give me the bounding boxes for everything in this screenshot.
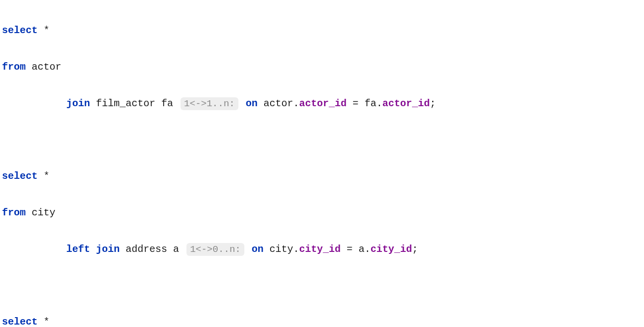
keyword-from: from <box>2 61 26 73</box>
code-line: left join address a 1<->0..n: on city.ci… <box>2 240 642 258</box>
semicolon: ; <box>430 98 436 109</box>
keyword-select: select <box>2 316 38 327</box>
keyword-select: select <box>2 25 38 36</box>
column-name: city_id <box>370 244 412 255</box>
star: * <box>44 170 49 182</box>
star: * <box>44 316 49 327</box>
alias: a <box>173 244 179 255</box>
star: * <box>44 25 49 36</box>
table-name: city <box>32 207 55 218</box>
dot: . <box>293 98 299 109</box>
qualifier: fa <box>365 98 376 109</box>
table-name: address <box>126 244 167 255</box>
keyword-left: left <box>66 244 90 255</box>
sql-block-2: select * from city left join address a 1… <box>2 149 642 277</box>
code-line: select * <box>2 167 642 185</box>
code-line: from actor <box>2 58 642 76</box>
qualifier: actor <box>264 98 293 109</box>
equals: = <box>347 244 353 255</box>
dot: . <box>365 244 370 255</box>
keyword-from: from <box>2 207 26 218</box>
table-name: film_actor <box>96 98 155 109</box>
alias: fa <box>161 98 173 109</box>
column-name: actor_id <box>382 98 430 109</box>
cardinality-hint: 1<->1..n: <box>181 97 238 110</box>
column-name: city_id <box>299 244 341 255</box>
keyword-select: select <box>2 170 38 182</box>
code-line: select * <box>2 313 642 327</box>
keyword-join: join <box>66 98 90 109</box>
equals: = <box>353 98 359 109</box>
semicolon: ; <box>412 244 418 255</box>
code-line: select * <box>2 21 642 40</box>
sql-block-1: select * from actor join film_actor fa 1… <box>2 3 642 131</box>
qualifier: a <box>359 244 365 255</box>
code-line: from city <box>2 204 642 222</box>
code-line: join film_actor fa 1<->1..n: on actor.ac… <box>2 94 642 113</box>
keyword-join: join <box>96 244 120 255</box>
keyword-on: on <box>252 244 264 255</box>
dot: . <box>376 98 382 109</box>
cardinality-hint: 1<->0..n: <box>186 243 244 256</box>
keyword-on: on <box>246 98 258 109</box>
table-name: actor <box>32 61 61 73</box>
qualifier: city <box>270 244 293 255</box>
sql-block-3: select * from film inner join film_categ… <box>2 294 642 327</box>
column-name: actor_id <box>299 98 347 109</box>
dot: . <box>293 244 299 255</box>
